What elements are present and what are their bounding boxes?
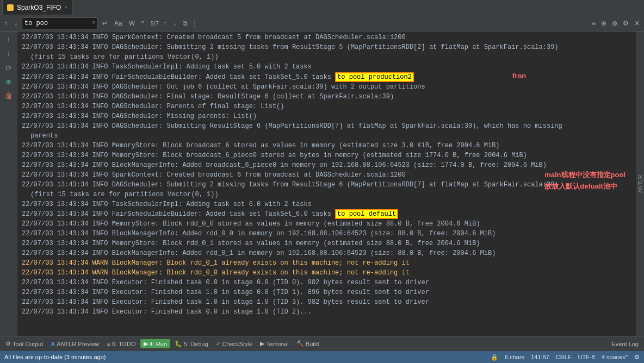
log-line: 22/07/03 13:43:34 INFO Executor: Finishe… bbox=[17, 278, 636, 287]
status-right: 🔒 6 chars 141:87 CRLF UTF-8 4 spaces* ⚙ bbox=[491, 354, 640, 361]
log-line: (first 15 tasks are for partitions Vecto… bbox=[17, 52, 636, 62]
todo-tab[interactable]: ≡ 6: TODO bbox=[103, 340, 139, 348]
log-area[interactable]: 22/07/03 13:43:34 INFO SparkContext: Cre… bbox=[17, 32, 636, 336]
search-clear-icon[interactable]: × bbox=[92, 20, 95, 26]
log-line: 22/07/03 13:43:34 INFO MemoryStore: Bloc… bbox=[17, 239, 636, 248]
log-line: 22/07/03 13:43:34 INFO MemoryStore: Bloc… bbox=[17, 141, 636, 151]
build-tab[interactable]: 🔨 Build bbox=[293, 339, 322, 348]
close-toolbar-button[interactable]: ✕ bbox=[632, 18, 642, 28]
sidebar-down-icon[interactable]: ↓ bbox=[3, 48, 15, 60]
tool-output-icon: ⚙ bbox=[5, 340, 11, 347]
tab-bar: SparkO3_FIFO × bbox=[0, 0, 644, 15]
run-label: 4: Run bbox=[150, 341, 167, 347]
log-line: parents bbox=[17, 131, 636, 141]
prev-match-button[interactable]: ↑ bbox=[161, 18, 169, 28]
run-icon: ▶ bbox=[144, 340, 148, 347]
log-line: 22/07/03 13:43:34 INFO DAGScheduler: Sub… bbox=[17, 121, 636, 131]
tab-file-icon bbox=[7, 4, 14, 11]
tab-label: SparkO3_FIFO bbox=[17, 4, 61, 11]
filter-button[interactable]: ≡ bbox=[590, 18, 598, 28]
antlr-icon: A bbox=[51, 341, 55, 347]
scroll-up-button[interactable]: ↑ bbox=[2, 18, 10, 28]
log-line: 22/07/03 13:43:34 INFO DAGScheduler: Sub… bbox=[17, 42, 636, 52]
status-indent: 4 spaces* bbox=[602, 354, 628, 360]
clear-button[interactable]: ⊗ bbox=[610, 18, 620, 28]
match-count: 5/7 bbox=[151, 20, 159, 27]
toolbar-right: ≡ ⊕ ⊗ ⚙ ✕ bbox=[590, 18, 642, 28]
toolbar-separator bbox=[194, 18, 195, 28]
sidebar-left: ↑ ↓ ⟳ ⊕ 🗑 bbox=[0, 32, 17, 336]
checkstyle-label: CheckStyle bbox=[222, 341, 253, 347]
terminal-tab[interactable]: ▶ Terminal bbox=[257, 339, 292, 348]
status-position: 141:87 bbox=[531, 354, 549, 360]
pin-button[interactable]: ⊕ bbox=[599, 18, 609, 28]
search-toolbar: ↑ ↓ × ↵ Aa W * 5/7 ↑ ↓ ⧉ ≡ ⊕ ⊗ ⚙ ✕ bbox=[0, 15, 644, 32]
sidebar-refresh-icon[interactable]: ⟳ bbox=[3, 62, 15, 74]
status-line-ending: CRLF bbox=[556, 354, 572, 360]
checkstyle-tab[interactable]: ✓ CheckStyle bbox=[213, 339, 256, 348]
log-line: 22/07/03 13:43:34 INFO Executor: Finishe… bbox=[17, 287, 636, 297]
log-line: (first 15 tasks are for partitions Vecto… bbox=[17, 190, 636, 199]
log-line: 22/07/03 13:43:34 INFO TaskSchedulerImpl… bbox=[17, 199, 636, 209]
terminal-label: Terminal bbox=[266, 341, 289, 347]
tool-output-label: Tool Output bbox=[13, 341, 43, 347]
wrap-lines-button[interactable]: ↵ bbox=[100, 18, 110, 28]
status-lock-icon: 🔒 bbox=[491, 354, 498, 361]
log-line: 22/07/03 13:43:34 INFO MemoryStore: Bloc… bbox=[17, 219, 636, 229]
log-line: 22/07/03 13:43:34 WARN BlockManager: Blo… bbox=[17, 268, 636, 278]
next-match-button[interactable]: ↓ bbox=[171, 18, 178, 28]
log-line: 22/07/03 13:43:34 INFO DAGScheduler: Fin… bbox=[17, 92, 636, 102]
log-line: 22/07/03 13:43:34 INFO DAGScheduler: Sub… bbox=[17, 180, 636, 190]
sidebar-right: ANTLR bbox=[636, 32, 644, 336]
side-by-side-button[interactable]: ⧉ bbox=[181, 18, 190, 28]
log-line: 22/07/03 13:43:34 INFO SparkContext: Cre… bbox=[17, 170, 636, 180]
log-line: 22/07/03 13:43:34 INFO SparkContext: Cre… bbox=[17, 33, 636, 42]
event-log-label: Event Log bbox=[611, 341, 639, 347]
log-line: 22/07/03 13:43:34 INFO DAGScheduler: Mis… bbox=[17, 111, 636, 121]
log-line: 22/07/03 13:43:34 INFO TaskSchedulerImpl… bbox=[17, 62, 636, 72]
status-message: All files are up-to-date (3 minutes ago) bbox=[4, 354, 486, 360]
tool-output-tab[interactable]: ⚙ Tool Output bbox=[2, 339, 46, 348]
search-highlight: to pool production2 bbox=[335, 72, 414, 82]
status-encoding: UTF-8 bbox=[578, 354, 595, 360]
log-line: 22/07/03 13:43:34 INFO BlockManagerInfo:… bbox=[17, 248, 636, 258]
sidebar-right-label: ANTLR bbox=[637, 175, 643, 193]
log-line: 22/07/03 13:43:34 INFO Executor: Finishe… bbox=[17, 307, 636, 317]
log-line: 22/07/03 13:43:34 INFO MemoryStore: Bloc… bbox=[17, 151, 636, 160]
build-icon: 🔨 bbox=[296, 340, 304, 347]
search-input[interactable] bbox=[24, 20, 90, 27]
log-line: 22/07/03 13:43:34 INFO BlockManagerInfo:… bbox=[17, 229, 636, 239]
log-line: 22/07/03 13:43:34 INFO FairSchedulableBu… bbox=[17, 72, 636, 82]
sidebar-add-icon[interactable]: ⊕ bbox=[3, 76, 15, 88]
log-line: 22/07/03 13:43:34 INFO Executor: Finishe… bbox=[17, 297, 636, 307]
checkstyle-icon: ✓ bbox=[216, 340, 221, 347]
log-line: 22/07/03 13:43:34 WARN BlockManager: Blo… bbox=[17, 258, 636, 268]
log-line: 22/07/03 13:43:34 INFO BlockManagerInfo:… bbox=[17, 160, 636, 170]
build-label: Build bbox=[306, 341, 319, 347]
antlr-preview-tab[interactable]: A ANTLR Preview bbox=[47, 340, 102, 348]
debug-label: 5: Debug bbox=[184, 341, 208, 347]
log-line: 22/07/03 13:43:34 INFO FairSchedulableBu… bbox=[17, 209, 636, 219]
debug-icon: 🐛 bbox=[175, 340, 182, 347]
sidebar-up-icon[interactable]: ↑ bbox=[3, 34, 15, 46]
tab-close-button[interactable]: × bbox=[64, 4, 67, 10]
debug-tab[interactable]: 🐛 5: Debug bbox=[171, 339, 212, 348]
status-git-icon: ⚙ bbox=[634, 354, 640, 361]
terminal-icon: ▶ bbox=[260, 340, 264, 347]
scroll-down-button[interactable]: ↓ bbox=[12, 18, 20, 28]
log-line: 22/07/03 13:43:34 INFO DAGScheduler: Par… bbox=[17, 102, 636, 111]
event-log-button[interactable]: Event Log bbox=[608, 340, 642, 348]
bottom-toolbar: ⚙ Tool Output A ANTLR Preview ≡ 6: TODO … bbox=[0, 336, 644, 351]
status-chars: 6 chars bbox=[505, 354, 524, 360]
regex-button[interactable]: * bbox=[139, 18, 146, 28]
run-tab[interactable]: ▶ 4: Run bbox=[140, 339, 170, 348]
whole-word-button[interactable]: W bbox=[127, 18, 137, 28]
main-layout: ↑ ↓ ⟳ ⊕ 🗑 22/07/03 13:43:34 INFO SparkCo… bbox=[0, 32, 644, 336]
sidebar-delete-icon[interactable]: 🗑 bbox=[3, 90, 15, 102]
search-highlight-default: to pool default bbox=[335, 209, 398, 219]
match-case-button[interactable]: Aa bbox=[112, 18, 125, 28]
antlr-label: ANTLR Preview bbox=[57, 341, 99, 347]
log-line: 22/07/03 13:43:34 INFO DAGScheduler: Got… bbox=[17, 82, 636, 92]
spark-tab[interactable]: SparkO3_FIFO × bbox=[2, 0, 72, 15]
settings-button[interactable]: ⚙ bbox=[621, 18, 631, 28]
